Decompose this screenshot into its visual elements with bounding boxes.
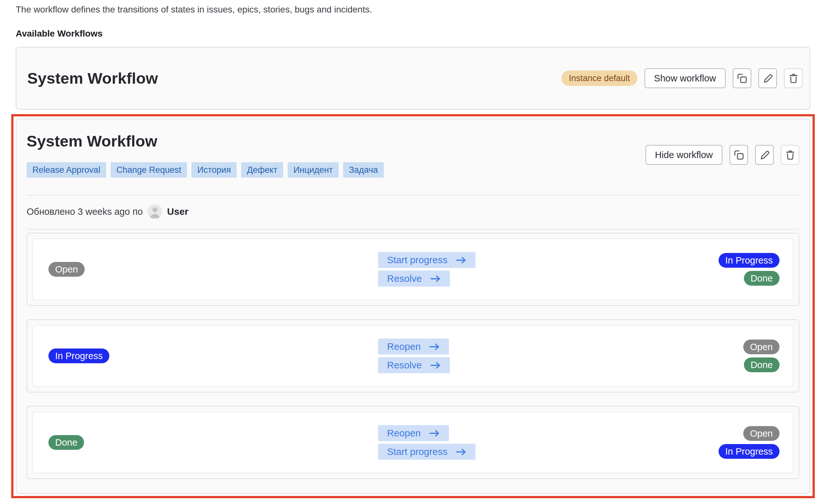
state-pill-in-progress: In Progress xyxy=(48,349,109,363)
transition-label: Reopen xyxy=(387,428,421,439)
transition-group-done: DoneReopenStart progressOpenIn Progress xyxy=(26,406,800,479)
arrow-right-icon xyxy=(456,448,467,456)
tag-incident: Инцидент xyxy=(288,162,339,178)
edit-workflow-button[interactable] xyxy=(755,145,774,165)
hide-workflow-button[interactable]: Hide workflow xyxy=(645,145,723,165)
tag-story: История xyxy=(191,162,237,178)
instance-default-badge: Instance default xyxy=(562,70,638,86)
arrow-right-icon xyxy=(456,256,467,264)
state-pill-in-progress: In Progress xyxy=(719,253,779,268)
workflow-tags: Release Approval Change Request История … xyxy=(26,162,384,178)
delete-workflow-button[interactable] xyxy=(781,145,800,165)
transition-card: DoneReopenStart progressOpenIn Progress xyxy=(33,412,793,473)
updated-text: Обновлено 3 weeks ago по xyxy=(26,206,143,217)
arrow-right-icon xyxy=(429,429,440,437)
transition-group-in-progress: In ProgressReopenResolveOpenDone xyxy=(26,319,800,392)
to-states: OpenIn Progress xyxy=(719,426,779,459)
from-state: In Progress xyxy=(48,349,109,363)
duplicate-workflow-button[interactable] xyxy=(733,68,751,88)
from-state: Done xyxy=(48,435,84,450)
arrow-right-icon xyxy=(430,361,441,369)
transition-card: OpenStart progressResolveIn ProgressDone xyxy=(33,239,793,300)
state-pill-open: Open xyxy=(743,426,779,441)
transition-button-start-progress[interactable]: Start progress xyxy=(378,252,476,268)
tag-task: Задача xyxy=(343,162,384,178)
duplicate-icon xyxy=(737,73,747,83)
delete-workflow-button[interactable] xyxy=(784,68,803,88)
workflow-title: System Workflow xyxy=(26,132,384,150)
transition-button-reopen[interactable]: Reopen xyxy=(378,425,449,441)
trash-icon xyxy=(788,73,799,83)
transition-card: In ProgressReopenResolveOpenDone xyxy=(33,325,793,387)
transition-button-resolve[interactable]: Resolve xyxy=(378,270,450,287)
tag-change-request: Change Request xyxy=(111,162,187,178)
workflows-page: The workflow defines the transitions of … xyxy=(0,0,826,498)
transition-label: Start progress xyxy=(387,255,447,265)
from-state: Open xyxy=(48,262,85,277)
transition-actions: ReopenResolve xyxy=(378,338,450,373)
user-name: User xyxy=(167,206,188,217)
user-avatar xyxy=(148,204,162,219)
transition-group-open: OpenStart progressResolveIn ProgressDone xyxy=(26,233,800,306)
to-states: In ProgressDone xyxy=(719,253,779,286)
tag-release-approval: Release Approval xyxy=(26,162,106,178)
transition-button-resolve[interactable]: Resolve xyxy=(378,357,450,373)
trash-icon xyxy=(785,150,795,160)
selection-highlight-border: System Workflow Release Approval Change … xyxy=(11,114,815,498)
duplicate-icon xyxy=(734,150,744,160)
show-workflow-button[interactable]: Show workflow xyxy=(645,68,726,88)
pencil-icon xyxy=(763,73,773,83)
transition-actions: ReopenStart progress xyxy=(378,425,476,460)
workflow-controls: Instance default Show workflow xyxy=(562,68,803,88)
transition-label: Resolve xyxy=(387,273,422,284)
workflow-controls: Hide workflow xyxy=(645,145,800,165)
workflow-title: System Workflow xyxy=(27,69,158,87)
page-description: The workflow defines the transitions of … xyxy=(16,4,810,15)
state-pill-open: Open xyxy=(743,339,779,354)
duplicate-workflow-button[interactable] xyxy=(729,145,748,165)
updated-info: Обновлено 3 weeks ago по User xyxy=(26,204,800,219)
state-pill-done: Done xyxy=(744,271,779,286)
pencil-icon xyxy=(760,150,770,160)
transition-label: Reopen xyxy=(387,341,421,352)
to-states: OpenDone xyxy=(743,339,779,372)
transition-label: Start progress xyxy=(387,446,447,457)
arrow-right-icon xyxy=(430,275,441,283)
divider xyxy=(26,229,800,230)
transition-label: Resolve xyxy=(387,360,422,371)
workflow-header: System Workflow Release Approval Change … xyxy=(26,132,800,178)
workflow-card-selected: System Workflow Release Approval Change … xyxy=(16,119,810,494)
state-pill-in-progress: In Progress xyxy=(719,444,779,459)
state-pill-done: Done xyxy=(48,435,84,450)
tag-defect: Дефект xyxy=(241,162,283,178)
transition-button-reopen[interactable]: Reopen xyxy=(378,338,449,355)
arrow-right-icon xyxy=(429,343,440,351)
transition-button-start-progress[interactable]: Start progress xyxy=(378,444,476,460)
transition-rows: OpenStart progressResolveIn ProgressDone… xyxy=(26,233,800,479)
edit-workflow-button[interactable] xyxy=(758,68,777,88)
available-workflows-heading: Available Workflows xyxy=(16,28,810,39)
workflow-card-default: System Workflow Instance default Show wo… xyxy=(16,47,810,110)
state-pill-done: Done xyxy=(744,358,779,372)
state-pill-open: Open xyxy=(48,262,85,277)
divider xyxy=(26,195,800,196)
transition-actions: Start progressResolve xyxy=(378,252,476,287)
workflow-title-block: System Workflow Release Approval Change … xyxy=(26,132,384,178)
